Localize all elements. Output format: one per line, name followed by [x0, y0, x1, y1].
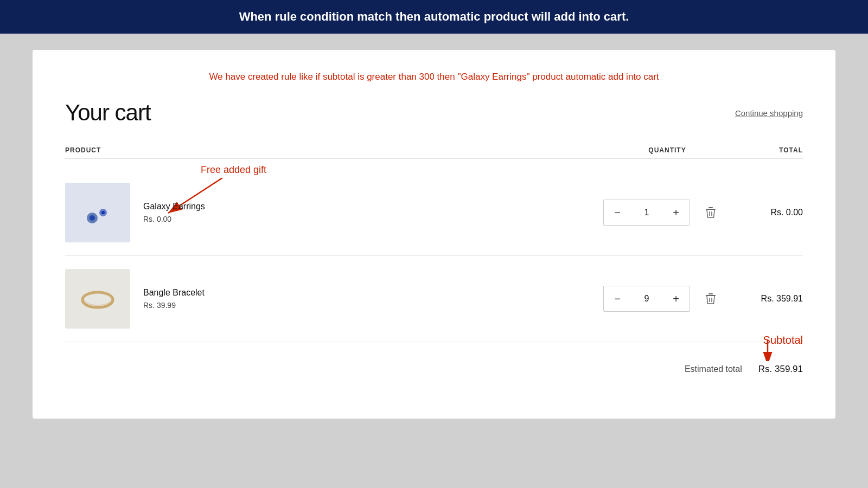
item-total-earrings: Rs. 0.00 — [722, 208, 803, 217]
item-name-bracelet: Bangle Bracelet — [143, 288, 592, 298]
info-message: We have created rule like if subtotal is… — [65, 72, 803, 82]
subtotal-block: Subtotal Estimated total Rs. 359.91 — [685, 364, 803, 375]
item-name-earrings: Galaxy Earrings — [143, 202, 592, 211]
trash-icon — [705, 207, 716, 219]
annotation-wrapper: Free added gift — [65, 170, 803, 256]
cart-card: We have created rule like if subtotal is… — [33, 50, 835, 419]
col-product-label: PRODUCT — [65, 146, 613, 154]
svg-rect-13 — [709, 293, 713, 294]
decrease-qty-bracelet[interactable]: − — [604, 286, 631, 311]
decrease-qty-earrings[interactable]: − — [604, 200, 631, 225]
svg-rect-12 — [706, 295, 716, 296]
svg-point-3 — [90, 215, 95, 221]
increase-qty-earrings[interactable]: + — [662, 200, 690, 225]
earrings-svg — [79, 191, 117, 234]
estimated-total-row: Estimated total Rs. 359.91 — [685, 364, 803, 375]
item-total-bracelet: Rs. 359.91 — [722, 294, 803, 304]
subtotal-section: Subtotal Estimated total Rs. 359.91 — [65, 364, 803, 375]
main-wrapper: We have created rule like if subtotal is… — [0, 34, 868, 435]
estimated-total-label: Estimated total — [685, 364, 742, 374]
svg-point-11 — [84, 292, 112, 305]
qty-value-bracelet: 9 — [631, 294, 662, 304]
estimated-total-value: Rs. 359.91 — [758, 364, 803, 375]
cart-header-row: Your cart Continue shopping — [65, 100, 803, 126]
svg-rect-7 — [709, 207, 713, 208]
continue-shopping-link[interactable]: Continue shopping — [735, 108, 803, 118]
item-details-bracelet: Bangle Bracelet Rs. 39.99 — [143, 288, 603, 310]
col-total-label: TOTAL — [722, 146, 803, 154]
delete-bracelet[interactable] — [700, 288, 722, 310]
subtotal-arrow — [760, 339, 776, 361]
cart-item-galaxy-earrings: Galaxy Earrings Rs. 0.00 − 1 + — [65, 170, 803, 256]
cart-title: Your cart — [65, 100, 151, 126]
qty-value-earrings: 1 — [631, 208, 662, 217]
col-quantity-label: QUANTITY — [613, 146, 722, 154]
bracelet-svg — [76, 282, 119, 315]
product-image-bracelet — [65, 269, 130, 329]
item-details-earrings: Galaxy Earrings Rs. 0.00 — [143, 202, 603, 223]
svg-rect-6 — [706, 209, 716, 210]
quantity-controls-bracelet: − 9 + — [603, 286, 690, 312]
increase-qty-bracelet[interactable]: + — [662, 286, 690, 311]
item-price-earrings: Rs. 0.00 — [143, 215, 592, 223]
delete-earrings[interactable] — [700, 202, 722, 223]
svg-point-5 — [101, 211, 105, 214]
product-image-earrings — [65, 183, 130, 242]
trash-icon-bracelet — [705, 293, 716, 305]
cart-item-bangle-bracelet: Bangle Bracelet Rs. 39.99 − 9 + Rs. 359. — [65, 256, 803, 342]
top-banner: When rule condition match then automatic… — [0, 0, 868, 34]
column-headers: PRODUCT QUANTITY TOTAL — [65, 142, 803, 159]
quantity-controls-earrings: − 1 + — [603, 200, 690, 226]
banner-text: When rule condition match then automatic… — [239, 10, 629, 23]
item-price-bracelet: Rs. 39.99 — [143, 301, 592, 310]
